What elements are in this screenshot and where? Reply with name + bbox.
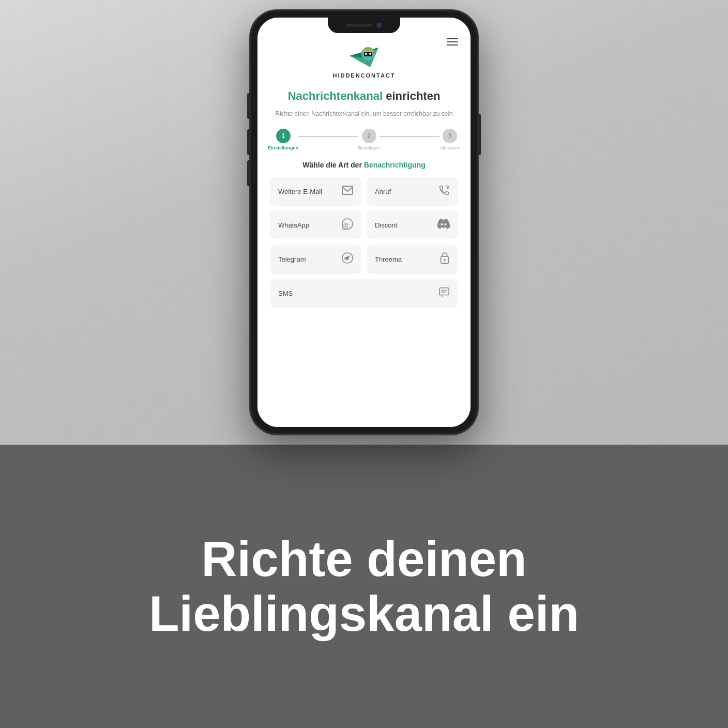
- step-3-label: Aktivieren: [439, 145, 460, 150]
- phone-outer: HIDDENCONTACT Nachrichtenkanal einrichte…: [250, 10, 478, 434]
- logo-icon: [348, 42, 380, 69]
- svg-rect-8: [342, 186, 353, 194]
- notch-speaker: [346, 24, 372, 27]
- channel-telegram-label: Telegram: [278, 255, 306, 263]
- email-icon: [342, 186, 353, 198]
- telegram-icon: [342, 252, 353, 266]
- whatsapp-icon: [342, 218, 353, 232]
- step-1-label: Einstellungen: [268, 145, 298, 150]
- channel-telegram[interactable]: Telegram: [270, 245, 361, 274]
- phone-notch: [328, 18, 400, 33]
- page-subtitle: Richte einen Nachrichtenkanal ein, um be…: [268, 109, 460, 118]
- step-line-1-2: [298, 136, 358, 137]
- choose-prefix: Wähle die Art der: [302, 161, 362, 169]
- page-title: Nachrichtenkanal einrichten: [268, 89, 460, 104]
- svg-point-5: [369, 53, 371, 55]
- call-icon: [438, 185, 450, 199]
- bottom-line2: Lieblingskanal ein: [149, 586, 579, 641]
- steps-indicator: 1 Einstellungen 2 Bestätigen 3 Aktiviere…: [268, 129, 460, 150]
- sms-icon: [438, 286, 450, 300]
- channel-threema[interactable]: Threema: [367, 245, 458, 274]
- channel-grid: Weitere E-Mail Anruf: [268, 177, 460, 308]
- phone-mockup: HIDDENCONTACT Nachrichtenkanal einrichte…: [250, 10, 478, 434]
- channel-threema-label: Threema: [375, 255, 402, 263]
- channel-email-label: Weitere E-Mail: [278, 188, 322, 195]
- notch-camera: [376, 23, 382, 28]
- app-content: HIDDENCONTACT Nachrichtenkanal einrichte…: [257, 18, 471, 427]
- channel-sms-label: SMS: [278, 290, 293, 297]
- logo-text: HIDDENCONTACT: [332, 72, 395, 79]
- phone-screen: HIDDENCONTACT Nachrichtenkanal einrichte…: [257, 18, 471, 427]
- channel-call[interactable]: Anruf: [367, 177, 458, 206]
- svg-rect-15: [439, 287, 449, 295]
- hamburger-menu[interactable]: [447, 38, 458, 46]
- step-2-circle: 2: [362, 129, 376, 143]
- threema-icon: [439, 252, 450, 267]
- choose-highlight: Benachrichtigung: [364, 161, 426, 169]
- svg-point-11: [445, 223, 447, 225]
- channel-email[interactable]: Weitere E-Mail: [270, 177, 361, 206]
- step-2-label: Bestätigen: [358, 145, 380, 150]
- channel-discord-label: Discord: [375, 221, 398, 229]
- top-section: HIDDENCONTACT Nachrichtenkanal einrichte…: [0, 0, 728, 445]
- page-title-highlight: Nachrichtenkanal: [288, 89, 383, 102]
- page-title-normal: einrichten: [386, 89, 440, 102]
- channel-call-label: Anruf: [375, 188, 391, 195]
- step-2: 2 Bestätigen: [358, 129, 380, 150]
- channel-discord[interactable]: Discord: [367, 211, 458, 239]
- step-line-2-3: [380, 136, 439, 137]
- choose-notification-title: Wähle die Art der Benachrichtigung: [268, 161, 460, 169]
- svg-point-10: [441, 223, 443, 225]
- bottom-line1: Richte deinen: [201, 531, 526, 586]
- channel-sms[interactable]: SMS: [270, 279, 458, 308]
- svg-point-4: [365, 53, 367, 55]
- bottom-text: Richte deinen Lieblingskanal ein: [149, 532, 579, 641]
- logo-area: HIDDENCONTACT: [268, 42, 460, 79]
- step-3: 3 Aktivieren: [439, 129, 460, 150]
- channel-whatsapp-label: WhatsApp: [278, 221, 309, 229]
- step-1-circle: 1: [276, 129, 291, 143]
- bottom-section: Richte deinen Lieblingskanal ein: [0, 445, 728, 728]
- step-1: 1 Einstellungen: [268, 129, 298, 150]
- svg-point-7: [367, 50, 369, 52]
- step-3-circle: 3: [443, 129, 457, 143]
- svg-point-14: [444, 259, 446, 261]
- channel-whatsapp[interactable]: WhatsApp: [270, 211, 361, 239]
- discord-icon: [437, 219, 450, 232]
